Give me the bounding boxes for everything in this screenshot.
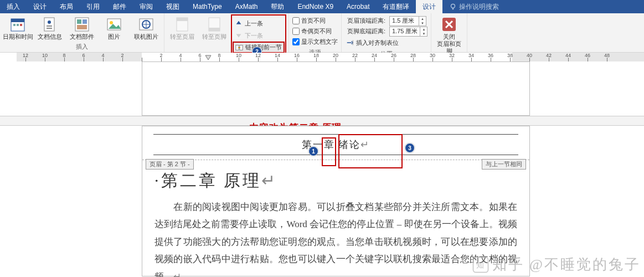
document-body[interactable]: ·第二章 原理↵ 在新的阅读视图中阅读更加容易。可以折叠文档某些部分并关注所需文… (142, 160, 529, 277)
close-hf-label: 关闭 页眉和页脚 (435, 33, 463, 55)
ribbon: 日期和时间 文档信息 文档部件 图片 联机图片 插入 (0, 13, 644, 53)
group-insert: 日期和时间 文档信息 文档部件 图片 联机图片 插入 (0, 13, 164, 52)
tab-view[interactable]: 视图 (159, 0, 186, 13)
group-insert-label: 插入 (76, 42, 88, 52)
header-zone[interactable]: 第一章 绪论↵ 1 3 页眉 - 第 2 节 - 与上一节相同 (142, 126, 529, 160)
goto-header-icon (173, 16, 191, 33)
goto-header-label: 转至页眉 (170, 33, 194, 40)
show-doc-text-check[interactable]: 显示文档文字 (291, 37, 339, 47)
arrow-up-icon (235, 19, 243, 27)
group-navigation: 转至页眉 转至页脚 上一条 下一条 (164, 13, 289, 52)
watermark: 知 知乎 @不睡觉的兔子 (472, 255, 641, 274)
calendar-icon (9, 16, 27, 33)
picture-icon (105, 16, 123, 33)
docinfo-label: 文档信息 (38, 33, 62, 40)
docparts-label: 文档部件 (70, 33, 94, 40)
datetime-button[interactable]: 日期和时间 (2, 14, 33, 42)
tab-layout[interactable]: 布局 (53, 0, 80, 13)
prev-section-button[interactable]: 上一条 (233, 17, 285, 29)
ribbon-tabstrip: 插入 设计 布局 引用 邮件 审阅 视图 MathType AxMath 帮助 … (0, 0, 644, 13)
footer-bottom-value[interactable]: 1.75 厘米 (390, 27, 420, 35)
tab-review[interactable]: 审阅 (133, 0, 159, 13)
same-as-previous-tag: 与上一节相同 (482, 159, 526, 170)
goto-header-button: 转至页眉 (167, 14, 198, 42)
arrow-down-icon (235, 32, 243, 39)
body-paragraph[interactable]: 在新的阅读视图中阅读更加容易。可以折叠文档某些部分并关注所需文本。如果在达到结尾… (154, 198, 517, 277)
close-hf-button[interactable]: 关闭 页眉和页脚 (434, 14, 465, 56)
tab-endnote[interactable]: EndNote X9 (291, 0, 340, 13)
tab-icon (346, 39, 354, 47)
footer-bottom-label: 页脚底端距离: (347, 27, 387, 35)
horizontal-ruler[interactable]: 1210864224681012141618202224262830323436… (17, 53, 644, 61)
odd-even-diff-check[interactable]: 奇偶页不同 (291, 26, 339, 37)
onlinepic-icon (137, 16, 155, 33)
footer-bottom-distance[interactable]: 页脚底端距离: 1.75 厘米▲▼ (344, 26, 429, 37)
insert-align-tab-button[interactable]: 插入对齐制表位 (344, 37, 429, 49)
tab-mathtype[interactable]: MathType (186, 0, 229, 13)
tab-mailings[interactable]: 邮件 (106, 0, 133, 13)
first-page-diff-box[interactable] (292, 17, 300, 24)
docparts-button[interactable]: 文档部件 (66, 14, 97, 42)
svg-rect-13 (77, 25, 87, 29)
group-close: 关闭 页眉和页脚 关闭 (431, 13, 467, 52)
next-label: 下一条 (245, 32, 263, 40)
spin-down-icon[interactable]: ▼ (420, 32, 427, 36)
tab-hf-design[interactable]: 设计 (416, 0, 442, 13)
watermark-text: 知乎 @不睡觉的兔子 (492, 255, 641, 274)
docinfo-button[interactable]: 文档信息 (34, 14, 65, 42)
group-options: 首页不同 奇偶页不同 显示文档文字 选项 (289, 13, 342, 52)
header-section-tag: 页眉 - 第 2 节 - (146, 159, 194, 170)
svg-rect-8 (47, 25, 52, 27)
next-section-button: 下一条 (233, 29, 285, 42)
zhihu-icon: 知 (472, 257, 489, 273)
step-badge-1: 1 (308, 146, 318, 156)
svg-rect-12 (83, 19, 87, 24)
goto-footer-label: 转至页脚 (202, 33, 226, 40)
docinfo-icon (41, 16, 59, 33)
heading-chapter-2[interactable]: ·第二章 原理↵ (154, 165, 517, 196)
spin-up-icon[interactable]: ▲ (419, 17, 426, 21)
spin-down-icon[interactable]: ▼ (419, 21, 426, 25)
indent-marker-icon[interactable] (205, 55, 212, 60)
page-scroll-area[interactable]: 内容改为第二章 原理 第一章 绪论↵ 1 3 页眉 - 第 2 节 - 与上一节… (138, 61, 533, 277)
previous-page-tail (142, 61, 530, 116)
show-doc-text-box[interactable] (292, 38, 300, 45)
tell-me-search[interactable]: 操作说明搜索 (442, 0, 506, 13)
first-page-diff-check[interactable]: 首页不同 (291, 16, 339, 26)
goto-footer-button: 转至页脚 (199, 14, 230, 42)
tab-axmath[interactable]: AxMath (229, 0, 265, 13)
annotation-box-1 (322, 137, 336, 166)
svg-rect-5 (20, 24, 22, 26)
tab-help[interactable]: 帮助 (264, 0, 291, 13)
group-position: 页眉顶端距离: 1.5 厘米▲▼ 页脚底端距离: 1.75 厘米▲▼ 插入对齐制… (342, 13, 431, 52)
current-page[interactable]: 第一章 绪论↵ 1 3 页眉 - 第 2 节 - 与上一节相同 ·第二章 原理↵… (142, 126, 530, 276)
svg-rect-6 (44, 18, 54, 31)
spin-up-icon[interactable]: ▲ (420, 27, 427, 32)
step-badge-3: 3 (405, 143, 415, 153)
picture-button[interactable]: 图片 (99, 14, 130, 42)
svg-point-0 (451, 4, 455, 8)
tab-references[interactable]: 引用 (80, 0, 106, 13)
docparts-icon (73, 16, 91, 33)
svg-text:知: 知 (476, 261, 485, 269)
header-top-value[interactable]: 1.5 厘米 (390, 17, 419, 25)
lightbulb-icon (449, 3, 457, 11)
tell-me-label: 操作说明搜索 (459, 2, 499, 12)
svg-rect-4 (17, 24, 19, 26)
svg-rect-11 (77, 19, 81, 24)
tab-acrobat[interactable]: Acrobat (340, 0, 376, 13)
svg-rect-2 (11, 19, 24, 22)
onlinepic-button[interactable]: 联机图片 (131, 14, 162, 42)
link-icon (235, 44, 243, 52)
align-tab-label: 插入对齐制表位 (356, 39, 399, 47)
header-top-distance[interactable]: 页眉顶端距离: 1.5 厘米▲▼ (344, 16, 429, 26)
first-page-diff-label: 首页不同 (301, 17, 326, 25)
tab-insert[interactable]: 插入 (0, 0, 27, 13)
header-top-label: 页眉顶端距离: (347, 17, 387, 25)
tab-youdao[interactable]: 有道翻译 (376, 0, 416, 13)
onlinepic-label: 联机图片 (134, 33, 158, 40)
show-doc-text-label: 显示文档文字 (301, 38, 338, 46)
odd-even-diff-box[interactable] (292, 28, 300, 35)
svg-rect-21 (209, 28, 220, 31)
tab-design1[interactable]: 设计 (27, 0, 53, 13)
